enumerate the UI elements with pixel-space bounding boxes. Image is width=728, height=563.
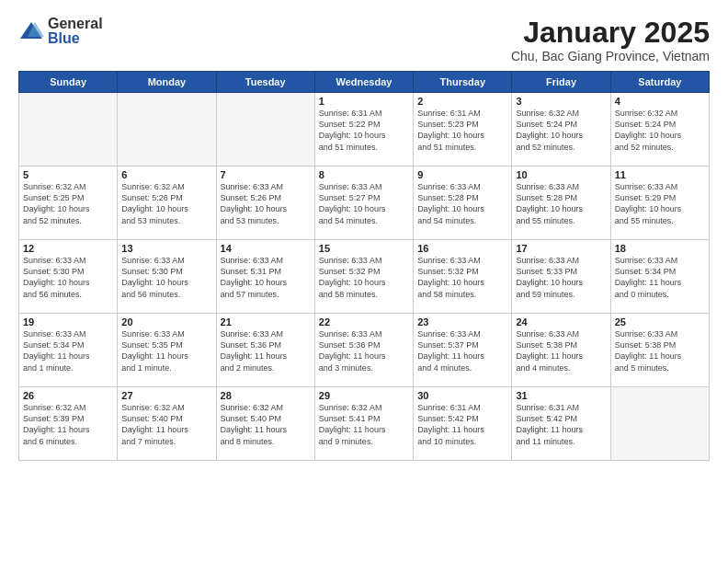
table-row — [19, 93, 118, 167]
day-number: 11 — [615, 169, 705, 180]
day-info: Sunrise: 6:33 AM Sunset: 5:27 PM Dayligh… — [319, 181, 409, 226]
day-number: 4 — [615, 96, 705, 107]
table-row: 19Sunrise: 6:33 AM Sunset: 5:34 PM Dayli… — [19, 314, 118, 387]
calendar-week-row: 26Sunrise: 6:32 AM Sunset: 5:39 PM Dayli… — [19, 387, 710, 461]
day-info: Sunrise: 6:32 AM Sunset: 5:24 PM Dayligh… — [615, 108, 705, 153]
header-tuesday: Tuesday — [216, 72, 314, 93]
day-info: Sunrise: 6:32 AM Sunset: 5:40 PM Dayligh… — [221, 402, 311, 447]
day-info: Sunrise: 6:33 AM Sunset: 5:31 PM Dayligh… — [221, 255, 311, 300]
calendar-week-row: 5Sunrise: 6:32 AM Sunset: 5:25 PM Daylig… — [19, 167, 710, 240]
day-number: 26 — [23, 390, 113, 401]
table-row: 3Sunrise: 6:32 AM Sunset: 5:24 PM Daylig… — [512, 93, 610, 167]
day-info: Sunrise: 6:33 AM Sunset: 5:32 PM Dayligh… — [417, 255, 507, 300]
day-info: Sunrise: 6:32 AM Sunset: 5:25 PM Dayligh… — [23, 181, 113, 226]
table-row: 23Sunrise: 6:33 AM Sunset: 5:37 PM Dayli… — [414, 314, 512, 387]
day-info: Sunrise: 6:33 AM Sunset: 5:36 PM Dayligh… — [319, 328, 409, 373]
day-info: Sunrise: 6:32 AM Sunset: 5:40 PM Dayligh… — [121, 402, 211, 447]
day-number: 29 — [319, 390, 409, 401]
table-row: 7Sunrise: 6:33 AM Sunset: 5:26 PM Daylig… — [216, 167, 314, 240]
table-row: 26Sunrise: 6:32 AM Sunset: 5:39 PM Dayli… — [19, 387, 118, 461]
day-number: 9 — [417, 169, 507, 180]
day-info: Sunrise: 6:31 AM Sunset: 5:42 PM Dayligh… — [516, 402, 606, 447]
day-number: 19 — [23, 316, 113, 327]
day-number: 22 — [319, 316, 409, 327]
logo-blue: Blue — [48, 31, 103, 46]
title-block: January 2025 Chu, Bac Giang Province, Vi… — [511, 17, 710, 63]
day-info: Sunrise: 6:33 AM Sunset: 5:36 PM Dayligh… — [221, 328, 311, 373]
day-info: Sunrise: 6:32 AM Sunset: 5:41 PM Dayligh… — [319, 402, 409, 447]
table-row — [216, 93, 314, 167]
table-row: 9Sunrise: 6:33 AM Sunset: 5:28 PM Daylig… — [414, 167, 512, 240]
table-row: 10Sunrise: 6:33 AM Sunset: 5:28 PM Dayli… — [512, 167, 610, 240]
table-row: 4Sunrise: 6:32 AM Sunset: 5:24 PM Daylig… — [610, 93, 709, 167]
table-row: 25Sunrise: 6:33 AM Sunset: 5:38 PM Dayli… — [610, 314, 709, 387]
day-number: 14 — [221, 243, 311, 254]
day-info: Sunrise: 6:32 AM Sunset: 5:39 PM Dayligh… — [23, 402, 113, 447]
table-row: 14Sunrise: 6:33 AM Sunset: 5:31 PM Dayli… — [216, 240, 314, 314]
table-row: 28Sunrise: 6:32 AM Sunset: 5:40 PM Dayli… — [216, 387, 314, 461]
day-number: 31 — [516, 390, 606, 401]
table-row: 12Sunrise: 6:33 AM Sunset: 5:30 PM Dayli… — [19, 240, 118, 314]
table-row: 29Sunrise: 6:32 AM Sunset: 5:41 PM Dayli… — [314, 387, 413, 461]
day-number: 13 — [121, 243, 211, 254]
day-number: 28 — [221, 390, 311, 401]
table-row: 6Sunrise: 6:32 AM Sunset: 5:26 PM Daylig… — [118, 167, 216, 240]
table-row: 11Sunrise: 6:33 AM Sunset: 5:29 PM Dayli… — [610, 167, 709, 240]
header-thursday: Thursday — [414, 72, 512, 93]
table-row: 22Sunrise: 6:33 AM Sunset: 5:36 PM Dayli… — [314, 314, 413, 387]
day-number: 25 — [615, 316, 705, 327]
day-info: Sunrise: 6:33 AM Sunset: 5:30 PM Dayligh… — [121, 255, 211, 300]
day-number: 7 — [221, 169, 311, 180]
table-row: 31Sunrise: 6:31 AM Sunset: 5:42 PM Dayli… — [512, 387, 610, 461]
day-number: 1 — [319, 96, 409, 107]
day-info: Sunrise: 6:31 AM Sunset: 5:23 PM Dayligh… — [417, 108, 507, 153]
day-number: 5 — [23, 169, 113, 180]
day-number: 21 — [221, 316, 311, 327]
calendar-week-row: 19Sunrise: 6:33 AM Sunset: 5:34 PM Dayli… — [19, 314, 710, 387]
header-wednesday: Wednesday — [314, 72, 413, 93]
header-monday: Monday — [118, 72, 216, 93]
day-info: Sunrise: 6:33 AM Sunset: 5:38 PM Dayligh… — [615, 328, 705, 373]
logo-general: General — [48, 17, 103, 31]
page: General Blue January 2025 Chu, Bac Giang… — [0, 0, 728, 563]
day-number: 24 — [516, 316, 606, 327]
day-number: 23 — [417, 316, 507, 327]
day-info: Sunrise: 6:33 AM Sunset: 5:38 PM Dayligh… — [516, 328, 606, 373]
table-row: 21Sunrise: 6:33 AM Sunset: 5:36 PM Dayli… — [216, 314, 314, 387]
day-number: 15 — [319, 243, 409, 254]
day-number: 12 — [23, 243, 113, 254]
day-info: Sunrise: 6:33 AM Sunset: 5:33 PM Dayligh… — [516, 255, 606, 300]
table-row: 15Sunrise: 6:33 AM Sunset: 5:32 PM Dayli… — [314, 240, 413, 314]
table-row: 27Sunrise: 6:32 AM Sunset: 5:40 PM Dayli… — [118, 387, 216, 461]
day-info: Sunrise: 6:31 AM Sunset: 5:22 PM Dayligh… — [319, 108, 409, 153]
day-number: 27 — [121, 390, 211, 401]
table-row: 2Sunrise: 6:31 AM Sunset: 5:23 PM Daylig… — [414, 93, 512, 167]
day-info: Sunrise: 6:33 AM Sunset: 5:32 PM Dayligh… — [319, 255, 409, 300]
day-info: Sunrise: 6:33 AM Sunset: 5:35 PM Dayligh… — [121, 328, 211, 373]
table-row: 18Sunrise: 6:33 AM Sunset: 5:34 PM Dayli… — [610, 240, 709, 314]
calendar-table: Sunday Monday Tuesday Wednesday Thursday… — [18, 71, 710, 461]
calendar-week-row: 1Sunrise: 6:31 AM Sunset: 5:22 PM Daylig… — [19, 93, 710, 167]
day-number: 3 — [516, 96, 606, 107]
calendar-subtitle: Chu, Bac Giang Province, Vietnam — [511, 49, 710, 63]
day-info: Sunrise: 6:33 AM Sunset: 5:28 PM Dayligh… — [516, 181, 606, 226]
table-row: 17Sunrise: 6:33 AM Sunset: 5:33 PM Dayli… — [512, 240, 610, 314]
day-info: Sunrise: 6:32 AM Sunset: 5:26 PM Dayligh… — [121, 181, 211, 226]
day-number: 20 — [121, 316, 211, 327]
table-row: 24Sunrise: 6:33 AM Sunset: 5:38 PM Dayli… — [512, 314, 610, 387]
weekday-header-row: Sunday Monday Tuesday Wednesday Thursday… — [19, 72, 710, 93]
table-row: 5Sunrise: 6:32 AM Sunset: 5:25 PM Daylig… — [19, 167, 118, 240]
day-info: Sunrise: 6:31 AM Sunset: 5:42 PM Dayligh… — [417, 402, 507, 447]
day-info: Sunrise: 6:33 AM Sunset: 5:34 PM Dayligh… — [615, 255, 705, 300]
logo-icon — [18, 18, 44, 44]
table-row — [118, 93, 216, 167]
day-info: Sunrise: 6:33 AM Sunset: 5:29 PM Dayligh… — [615, 181, 705, 226]
day-number: 18 — [615, 243, 705, 254]
day-number: 17 — [516, 243, 606, 254]
day-number: 8 — [319, 169, 409, 180]
table-row: 13Sunrise: 6:33 AM Sunset: 5:30 PM Dayli… — [118, 240, 216, 314]
calendar-title: January 2025 — [511, 17, 710, 49]
day-number: 30 — [417, 390, 507, 401]
table-row: 30Sunrise: 6:31 AM Sunset: 5:42 PM Dayli… — [414, 387, 512, 461]
day-number: 16 — [417, 243, 507, 254]
